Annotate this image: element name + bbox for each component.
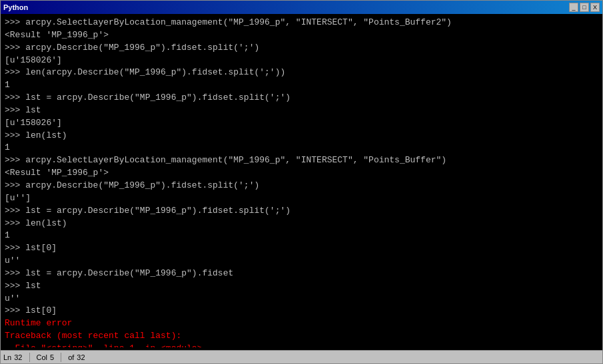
console-line: >>> len(lst) — [5, 130, 598, 142]
console-line: >>> len(arcpy.Describe("MP_1996_p").fids… — [5, 67, 598, 79]
console-line: >>> arcpy.SelectLayerByLocation_manageme… — [5, 154, 598, 167]
window-title: Python — [3, 3, 28, 11]
console-line: >>> lst — [5, 280, 598, 293]
window-controls: _ □ X — [569, 3, 600, 12]
console-line: <Result 'MP_1996_p'> — [5, 29, 598, 42]
ln-label: Ln — [3, 353, 11, 361]
col-value: 5 — [50, 353, 54, 361]
console-line: File "<string>", line 1, in <module> — [5, 343, 598, 347]
console-line: [u'158026'] — [5, 117, 598, 130]
ln-value: 32 — [14, 353, 22, 361]
status-divider-2 — [61, 353, 61, 362]
console-line: >>> lst = arcpy.Describe("MP_1996_p").fi… — [5, 92, 598, 104]
line-status: Ln 32 — [3, 353, 23, 361]
maximize-button[interactable]: □ — [580, 3, 589, 12]
console-line: u'' — [5, 293, 598, 305]
console-output: >>> arcpy.SelectLayerByLocation_manageme… — [5, 17, 598, 347]
console-line: >>> arcpy.SelectLayerByLocation_manageme… — [5, 17, 598, 29]
of-label: of — [68, 353, 74, 361]
console-line: 1 — [5, 230, 598, 242]
col-label: Col — [37, 353, 48, 361]
minimize-button[interactable]: _ — [569, 3, 578, 12]
console-line: >>> lst = arcpy.Describe("MP_1996_p").fi… — [5, 268, 598, 280]
console-line: [u''] — [5, 192, 598, 205]
console-line: >>> arcpy.Describe("MP_1996_p").fidset.s… — [5, 180, 598, 192]
status-divider-1 — [29, 353, 30, 362]
console-line: >>> lst — [5, 104, 598, 117]
console-line: [u'158026'] — [5, 55, 598, 67]
console-line: >>> lst[0] — [5, 242, 598, 255]
python-window: Python _ □ X >>> arcpy.SelectLayerByLoca… — [0, 0, 603, 364]
console-line: 1 — [5, 142, 598, 154]
console-line: >>> arcpy.Describe("MP_1996_p").fidset.s… — [5, 42, 598, 55]
console-line: >>> len(lst) — [5, 218, 598, 230]
col-status: Col 5 — [37, 353, 55, 361]
console-line: >>> lst[0] — [5, 305, 598, 317]
console-line: u'' — [5, 255, 598, 268]
console-line: >>> lst = arcpy.Describe("MP_1996_p").fi… — [5, 205, 598, 218]
close-button[interactable]: X — [590, 3, 600, 12]
title-bar: Python _ □ X — [1, 1, 602, 14]
status-bar: Ln 32 Col 5 of 32 — [1, 350, 602, 363]
console-line: Traceback (most recent call last): — [5, 330, 598, 343]
console-line: 1 — [5, 79, 598, 92]
console-line: <Result 'MP_1996_p'> — [5, 167, 598, 180]
console-line: Runtime error — [5, 317, 598, 330]
console-area[interactable]: >>> arcpy.SelectLayerByLocation_manageme… — [1, 14, 602, 350]
of-status: of 32 — [68, 353, 85, 361]
of-value: 32 — [77, 353, 85, 361]
